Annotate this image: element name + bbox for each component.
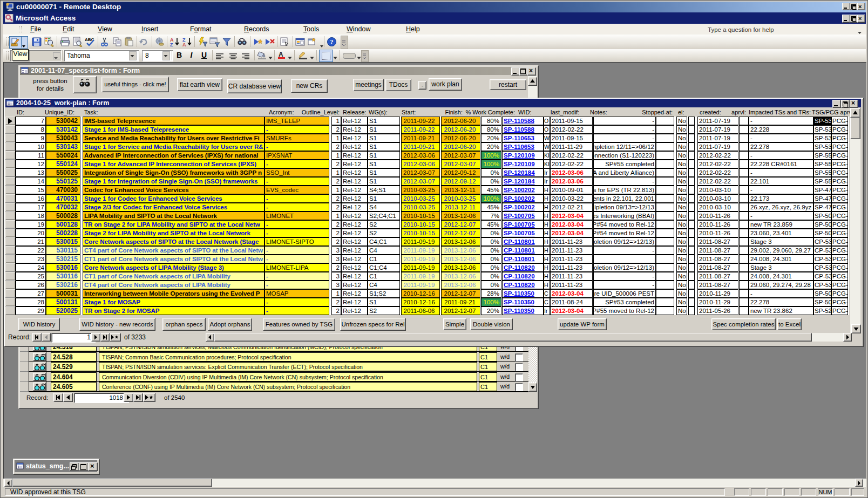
svg-text:A: A bbox=[182, 42, 186, 47]
svg-text:?: ? bbox=[330, 38, 334, 46]
svg-text:Z: Z bbox=[182, 37, 186, 43]
svg-text:A: A bbox=[279, 51, 283, 58]
svg-text:A: A bbox=[170, 37, 174, 43]
svg-text:Z: Z bbox=[170, 42, 173, 47]
